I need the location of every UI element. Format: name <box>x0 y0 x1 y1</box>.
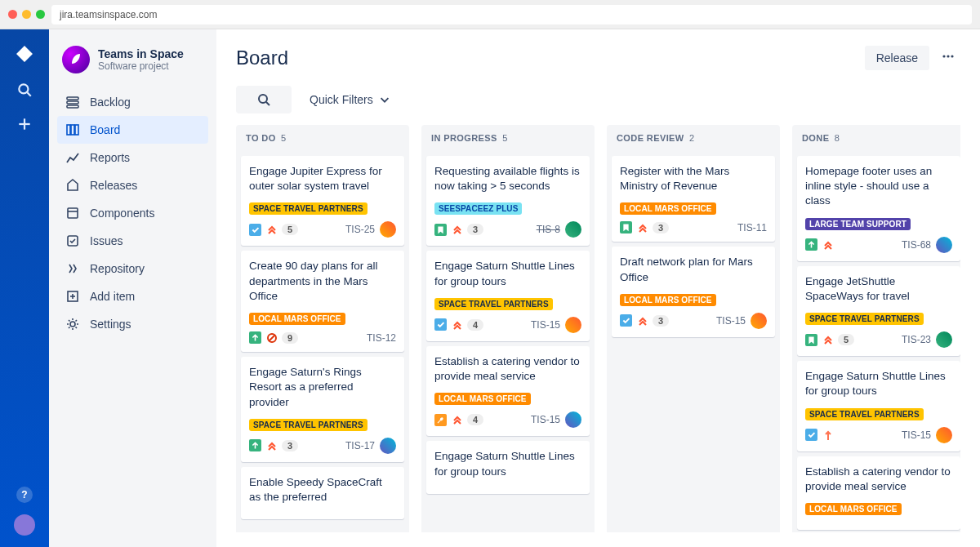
card-label: SPACE TRAVEL PARTNERS <box>249 419 368 431</box>
release-button[interactable]: Release <box>865 46 929 70</box>
card-label: SEESPACEEZ PLUS <box>434 202 522 215</box>
story-points: 3 <box>653 222 669 233</box>
board-icon <box>65 122 80 137</box>
issue-card[interactable]: Enable Speedy SpaceCraft as the preferre… <box>241 467 404 519</box>
close-window-icon[interactable] <box>8 10 17 19</box>
card-title: Create 90 day plans for all departments … <box>249 259 396 304</box>
sidebar-item-releases[interactable]: Releases <box>57 171 208 199</box>
card-title: Engage Jupiter Express for outer solar s… <box>249 164 396 193</box>
priority-icon <box>265 224 278 236</box>
url-bar[interactable]: jira.teamsinspace.com <box>51 5 972 24</box>
column-count: 2 <box>689 133 695 143</box>
repo-icon <box>65 261 80 276</box>
quick-filters-dropdown[interactable]: Quick Filters <box>310 93 391 106</box>
card-label: LOCAL MARS OFFICE <box>249 313 345 325</box>
issue-type-icon <box>249 224 261 236</box>
sidebar-item-issues[interactable]: Issues <box>57 227 208 255</box>
card-label: SPACE TRAVEL PARTNERS <box>249 202 368 215</box>
sidebar-item-board[interactable]: Board <box>57 116 208 144</box>
column-body[interactable]: Register with the Mars Ministry of Reven… <box>607 151 780 532</box>
assignee-avatar[interactable] <box>936 237 952 253</box>
issue-card[interactable]: Homepage footer uses an inline style - s… <box>797 156 960 261</box>
sidebar-item-label: Add item <box>90 290 135 303</box>
issue-type-icon <box>805 238 817 251</box>
card-title: Engage Saturn Shuttle Lines for group to… <box>434 259 581 288</box>
issue-card[interactable]: Engage Jupiter Express for outer solar s… <box>241 156 404 246</box>
column-in-progress: IN PROGRESS 5Requesting available flight… <box>421 125 595 532</box>
issue-card[interactable]: Engage Saturn Shuttle Lines for group to… <box>797 361 960 451</box>
jira-logo-icon[interactable] <box>15 44 34 64</box>
assignee-avatar[interactable] <box>380 438 396 454</box>
assignee-avatar[interactable] <box>751 313 767 329</box>
assignee-avatar[interactable] <box>565 411 581 428</box>
issue-key: TIS-11 <box>737 222 767 233</box>
sidebar-item-label: Issues <box>90 234 122 247</box>
column-count: 5 <box>281 133 287 143</box>
card-label: SPACE TRAVEL PARTNERS <box>434 298 553 310</box>
issue-card[interactable]: Establish a catering vendor to provide m… <box>797 456 960 530</box>
user-avatar[interactable] <box>14 514 35 536</box>
project-avatar-icon <box>62 46 90 73</box>
column-body[interactable]: Requesting available flights is now taki… <box>421 151 595 532</box>
sidebar-item-backlog[interactable]: Backlog <box>57 88 208 116</box>
priority-icon <box>451 318 463 331</box>
assignee-avatar[interactable] <box>936 427 952 443</box>
global-create-icon[interactable] <box>16 116 33 132</box>
project-header[interactable]: Teams in Space Software project <box>57 46 208 88</box>
sidebar-item-components[interactable]: Components <box>57 199 208 227</box>
sidebar-item-label: Components <box>90 207 154 220</box>
issue-key: TIS-17 <box>345 440 375 451</box>
issue-card[interactable]: Draft network plan for Mars OfficeLOCAL … <box>612 247 775 336</box>
help-icon[interactable]: ? <box>16 487 33 503</box>
column-header: DONE 8 <box>792 125 960 151</box>
issue-type-icon <box>249 439 261 451</box>
column-body[interactable]: Engage Jupiter Express for outer solar s… <box>236 151 409 532</box>
components-icon <box>65 206 80 220</box>
issue-card[interactable]: Create 90 day plans for all departments … <box>241 251 404 352</box>
sidebar-item-label: Releases <box>90 179 137 192</box>
sidebar-item-add-item[interactable]: Add item <box>57 282 208 310</box>
card-title: Draft network plan for Mars Office <box>620 255 767 284</box>
card-label: LARGE TEAM SUPPORT <box>805 218 911 230</box>
issue-card[interactable]: Engage Saturn Shuttle Lines for group to… <box>426 251 590 340</box>
issue-card[interactable]: Engage Saturn Shuttle Lines for group to… <box>426 441 590 493</box>
assignee-avatar[interactable] <box>565 317 581 333</box>
story-points: 5 <box>838 334 854 345</box>
card-label: LOCAL MARS OFFICE <box>620 294 716 306</box>
releases-icon <box>65 178 80 193</box>
sidebar-item-settings[interactable]: Settings <box>57 310 208 338</box>
story-points: 5 <box>282 224 298 235</box>
assignee-avatar[interactable] <box>936 331 952 348</box>
card-title: Engage Saturn's Rings Resort as a prefer… <box>249 365 396 410</box>
minimize-window-icon[interactable] <box>22 10 31 19</box>
column-body[interactable]: Homepage footer uses an inline style - s… <box>792 151 960 532</box>
card-title: Engage Saturn Shuttle Lines for group to… <box>434 449 581 478</box>
issue-key: TIS-15 <box>531 319 560 331</box>
issue-card[interactable]: Engage JetShuttle SpaceWays for travelSP… <box>797 266 960 356</box>
sidebar-item-reports[interactable]: Reports <box>57 144 208 171</box>
card-title: Establish a catering vendor to provide m… <box>805 465 952 494</box>
sidebar-item-repository[interactable]: Repository <box>57 255 208 282</box>
priority-icon <box>451 414 463 426</box>
assignee-avatar[interactable] <box>565 221 581 238</box>
more-actions-button[interactable] <box>936 44 960 71</box>
global-search-icon[interactable] <box>16 82 33 98</box>
issue-card[interactable]: Engage Saturn's Rings Resort as a prefer… <box>241 357 404 462</box>
issues-icon <box>65 233 80 248</box>
card-label: SPACE TRAVEL PARTNERS <box>805 408 924 420</box>
issue-card[interactable]: Register with the Mars Ministry of Reven… <box>612 156 775 242</box>
priority-icon <box>636 314 648 327</box>
issue-key: TIS-15 <box>531 414 560 425</box>
quick-filters-label: Quick Filters <box>310 93 373 106</box>
issue-card[interactable]: Requesting available flights is now taki… <box>426 156 590 246</box>
project-subtitle: Software project <box>98 60 184 72</box>
issue-card[interactable]: Establish a catering vendor to provide m… <box>426 346 590 436</box>
maximize-window-icon[interactable] <box>36 10 45 19</box>
column-header: IN PROGRESS 5 <box>421 125 595 151</box>
assignee-avatar[interactable] <box>380 221 396 238</box>
story-points: 4 <box>467 319 483 331</box>
story-points: 4 <box>467 414 483 425</box>
column-header: CODE REVIEW 2 <box>607 125 780 151</box>
board-search[interactable] <box>236 86 292 113</box>
main-content: Board Release Quick Filters TO DO 5Engag… <box>216 29 980 547</box>
